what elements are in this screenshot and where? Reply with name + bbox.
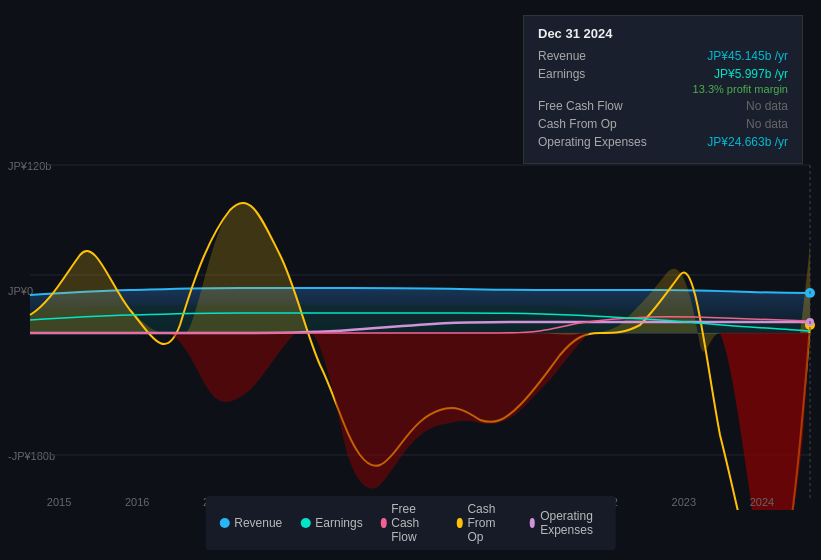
legend-earnings-label: Earnings [315,516,362,530]
legend-revenue-dot [219,518,229,528]
legend-opex-dot [530,518,536,528]
tooltip-cashop-label: Cash From Op [538,117,617,131]
tooltip-date: Dec 31 2024 [538,26,788,41]
tooltip-profit-margin: 13.3% profit margin [538,83,788,95]
legend-opex: Operating Expenses [530,509,602,537]
tooltip-earnings-row: Earnings JP¥5.997b /yr [538,67,788,81]
tooltip-fcf-label: Free Cash Flow [538,99,623,113]
tooltip-revenue-value: JP¥45.145b /yr [707,49,788,63]
x-label-2016: 2016 [125,496,149,508]
legend-earnings-dot [300,518,310,528]
legend-fcf-label: Free Cash Flow [391,502,439,544]
legend-opex-label: Operating Expenses [540,509,602,537]
x-label-2023: 2023 [672,496,696,508]
legend-revenue: Revenue [219,516,282,530]
x-label-2015: 2015 [47,496,71,508]
tooltip-revenue-row: Revenue JP¥45.145b /yr [538,49,788,63]
tooltip-opex-row: Operating Expenses JP¥24.663b /yr [538,135,788,149]
tooltip-opex-value: JP¥24.663b /yr [707,135,788,149]
legend-cashop: Cash From Op [457,502,512,544]
legend-revenue-label: Revenue [234,516,282,530]
tooltip-fcf-value: No data [746,99,788,113]
chart-svg [0,155,821,510]
tooltip-panel: Dec 31 2024 Revenue JP¥45.145b /yr Earni… [523,15,803,164]
legend-cashop-dot [457,518,463,528]
chart-area [0,155,821,510]
chart-legend: Revenue Earnings Free Cash Flow Cash Fro… [205,496,616,550]
tooltip-revenue-label: Revenue [538,49,586,63]
legend-cashop-label: Cash From Op [467,502,511,544]
legend-fcf-dot [381,518,387,528]
tooltip-fcf-row: Free Cash Flow No data [538,99,788,113]
tooltip-opex-label: Operating Expenses [538,135,647,149]
tooltip-cashop-row: Cash From Op No data [538,117,788,131]
legend-earnings: Earnings [300,516,362,530]
legend-fcf: Free Cash Flow [381,502,439,544]
tooltip-earnings-label: Earnings [538,67,585,81]
tooltip-cashop-value: No data [746,117,788,131]
tooltip-earnings-value: JP¥5.997b /yr [714,67,788,81]
x-label-2024: 2024 [750,496,774,508]
